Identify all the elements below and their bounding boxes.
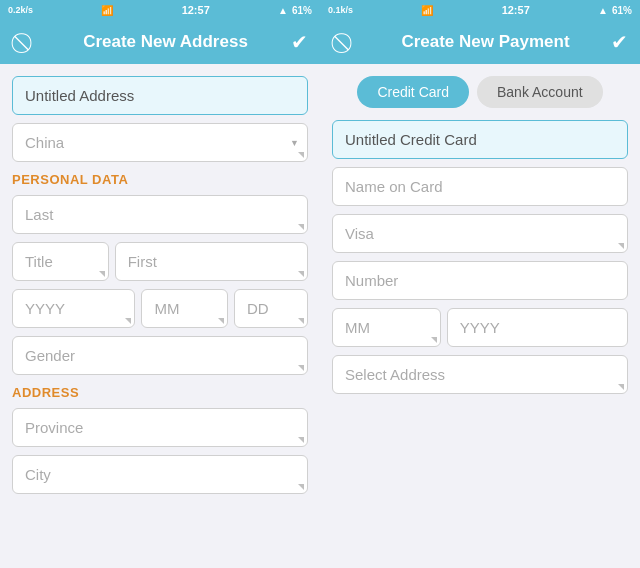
dd-field[interactable]: DD bbox=[234, 289, 308, 328]
left-nav-bar: ⃠ Create New Address ✔ bbox=[0, 20, 320, 64]
country-arrow bbox=[298, 152, 304, 158]
right-nav-bar: ⃠ Create New Payment ✔ bbox=[320, 20, 640, 64]
right-wifi-icon2: ▲ bbox=[598, 5, 608, 16]
left-panel: 0.2k/s ️📶 12:57 ▲ 61% ⃠ Create New Addre… bbox=[0, 0, 320, 568]
yyyy-wrap: YYYY bbox=[12, 289, 135, 328]
right-confirm-icon[interactable]: ✔ bbox=[611, 30, 628, 54]
mm-field[interactable]: MM bbox=[141, 289, 227, 328]
yyyy-arrow bbox=[125, 318, 131, 324]
date-row: YYYY MM DD bbox=[12, 289, 308, 328]
select-address-wrap: Select Address bbox=[332, 355, 628, 394]
left-time: 12:57 bbox=[182, 4, 210, 16]
right-wifi-icon: 📶 bbox=[421, 5, 433, 16]
right-panel: 0.1k/s 📶 12:57 ▲ 61% ⃠ Create New Paymen… bbox=[320, 0, 640, 568]
country-field[interactable]: China bbox=[12, 123, 308, 162]
expiry-mm-field[interactable]: MM bbox=[332, 308, 441, 347]
payment-tabs: Credit Card Bank Account bbox=[332, 76, 628, 108]
city-field[interactable]: City bbox=[12, 455, 308, 494]
untitled-credit-card-wrap: Untitled Credit Card bbox=[332, 120, 628, 159]
title-field[interactable]: Title bbox=[12, 242, 109, 281]
right-nav-title: Create New Payment bbox=[360, 32, 611, 52]
left-content: Untitled Address China PERSONAL DATA Las… bbox=[0, 64, 320, 568]
first-field[interactable]: First bbox=[115, 242, 308, 281]
first-arrow bbox=[298, 271, 304, 277]
gender-arrow bbox=[298, 365, 304, 371]
right-time: 12:57 bbox=[502, 4, 530, 16]
gender-field[interactable]: Gender bbox=[12, 336, 308, 375]
name-on-card-field[interactable]: Name on Card bbox=[332, 167, 628, 206]
province-wrap: Province bbox=[12, 408, 308, 447]
number-wrap: Number bbox=[332, 261, 628, 300]
visa-wrap: Visa bbox=[332, 214, 628, 253]
left-wifi-icon: ️📶 bbox=[101, 5, 113, 16]
left-status-bar: 0.2k/s ️📶 12:57 ▲ 61% bbox=[0, 0, 320, 20]
untitled-credit-card-field[interactable]: Untitled Credit Card bbox=[332, 120, 628, 159]
personal-data-label: PERSONAL DATA bbox=[12, 172, 308, 187]
expiry-yyyy-wrap: YYYY bbox=[447, 308, 628, 347]
last-wrap: Last bbox=[12, 195, 308, 234]
expiry-mm-wrap: MM bbox=[332, 308, 441, 347]
title-arrow bbox=[99, 271, 105, 277]
dd-wrap: DD bbox=[234, 289, 308, 328]
select-address-field[interactable]: Select Address bbox=[332, 355, 628, 394]
expiry-yyyy-field[interactable]: YYYY bbox=[447, 308, 628, 347]
address-label: ADDRESS bbox=[12, 385, 308, 400]
city-arrow bbox=[298, 484, 304, 490]
name-on-card-wrap: Name on Card bbox=[332, 167, 628, 206]
title-wrap: Title bbox=[12, 242, 109, 281]
city-wrap: City bbox=[12, 455, 308, 494]
country-wrap: China bbox=[12, 123, 308, 162]
credit-card-tab[interactable]: Credit Card bbox=[357, 76, 469, 108]
left-confirm-icon[interactable]: ✔ bbox=[291, 30, 308, 54]
number-field[interactable]: Number bbox=[332, 261, 628, 300]
province-field[interactable]: Province bbox=[12, 408, 308, 447]
mm-wrap: MM bbox=[141, 289, 227, 328]
bank-account-tab[interactable]: Bank Account bbox=[477, 76, 603, 108]
province-arrow bbox=[298, 437, 304, 443]
last-arrow bbox=[298, 224, 304, 230]
right-cancel-icon[interactable]: ⃠ bbox=[332, 31, 360, 54]
left-nav-title: Create New Address bbox=[40, 32, 291, 52]
last-field[interactable]: Last bbox=[12, 195, 308, 234]
right-content: Credit Card Bank Account Untitled Credit… bbox=[320, 64, 640, 568]
mm-arrow bbox=[218, 318, 224, 324]
untitled-address-field[interactable]: Untitled Address bbox=[12, 76, 308, 115]
expiry-row: MM YYYY bbox=[332, 308, 628, 347]
title-first-row: Title First bbox=[12, 242, 308, 281]
left-battery: 61% bbox=[292, 5, 312, 16]
right-status-bar: 0.1k/s 📶 12:57 ▲ 61% bbox=[320, 0, 640, 20]
visa-field[interactable]: Visa bbox=[332, 214, 628, 253]
yyyy-field[interactable]: YYYY bbox=[12, 289, 135, 328]
right-battery: 61% bbox=[612, 5, 632, 16]
untitled-address-wrap: Untitled Address bbox=[12, 76, 308, 115]
first-wrap: First bbox=[115, 242, 308, 281]
left-wifi-icon2: ▲ bbox=[278, 5, 288, 16]
visa-arrow bbox=[618, 243, 624, 249]
select-address-arrow bbox=[618, 384, 624, 390]
expiry-mm-arrow bbox=[431, 337, 437, 343]
right-network-speed: 0.1k/s bbox=[328, 5, 353, 15]
left-network-speed: 0.2k/s bbox=[8, 5, 33, 15]
left-cancel-icon[interactable]: ⃠ bbox=[12, 31, 40, 54]
dd-arrow bbox=[298, 318, 304, 324]
gender-wrap: Gender bbox=[12, 336, 308, 375]
